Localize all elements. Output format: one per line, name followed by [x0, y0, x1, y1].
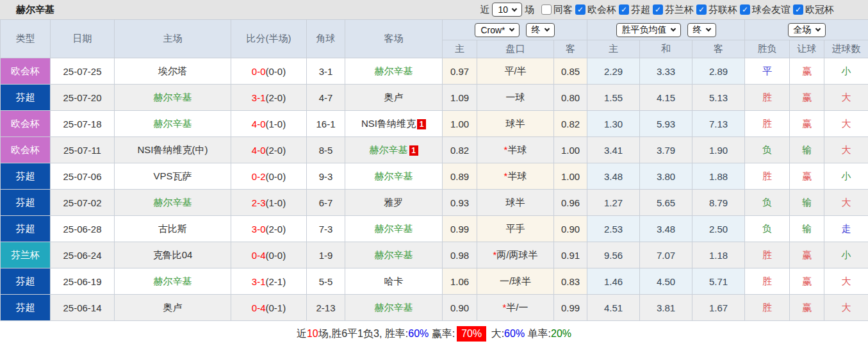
- filter-checkbox[interactable]: ✓: [696, 4, 707, 15]
- result-outcome-cell: 负: [745, 137, 790, 163]
- filter-checkbox[interactable]: [541, 4, 552, 15]
- col-header-type: 类型: [1, 20, 51, 58]
- filter-checkbox[interactable]: ✓: [619, 4, 629, 15]
- filter-label[interactable]: 同客: [553, 4, 573, 16]
- filter-label[interactable]: 球会友谊: [752, 4, 791, 16]
- filter-label[interactable]: 芬超: [631, 4, 651, 16]
- handicap-cell: 球半: [477, 190, 554, 216]
- handicap-text: 球半: [506, 118, 525, 129]
- odds-time-select-value: 终: [532, 24, 541, 36]
- handicap-cell: 一/球半: [477, 268, 554, 295]
- result-goals-cell: 大: [824, 295, 868, 321]
- table-row: 芬超25-06-14奥卢0-4(0-1)2-13赫尔辛基0.90*半/一0.99…: [1, 295, 868, 321]
- filter-label[interactable]: 芬联杯: [708, 4, 738, 16]
- odds-home-cell: 0.93: [443, 190, 477, 216]
- halftime-score: (2-0): [266, 224, 286, 235]
- fulltime-score: 2-3: [252, 197, 266, 208]
- odds-time-select[interactable]: 终: [526, 23, 555, 37]
- avg-away-cell: 7.13: [692, 111, 745, 137]
- type-cell: 芬超: [1, 295, 51, 321]
- odds-home-cell: 0.82: [443, 137, 477, 163]
- result-handicap-cell: 赢: [790, 163, 824, 190]
- score-cell: 0-4(0-1): [231, 295, 307, 321]
- summary-segment: 60%: [504, 328, 525, 340]
- away-team-cell: 赫尔辛基: [345, 295, 443, 321]
- summary-footer: 近10场,胜6平1负3, 胜率:60% 赢率:70% 大:60% 单率:20%: [0, 321, 868, 346]
- filter-label[interactable]: 欧会杯: [587, 4, 617, 16]
- filter-checkbox[interactable]: ✓: [740, 4, 750, 15]
- table-row: 芬超25-07-06VPS瓦萨0-2(0-0)9-3赫尔辛基0.89*半球1.0…: [1, 163, 868, 190]
- avg-home-cell: 2.29: [587, 58, 640, 85]
- away-team-cell: 赫尔辛基: [345, 58, 443, 85]
- avg-time-select[interactable]: 终: [687, 23, 716, 37]
- table-row: 芬兰杯25-06-24克鲁比040-4(0-0)1-9赫尔辛基0.98*两/两球…: [1, 242, 868, 268]
- handicap-cell: *两/两球半: [477, 242, 554, 268]
- sub-header-handicap-result: 让球: [790, 40, 824, 58]
- chevron-down-icon: [509, 26, 514, 31]
- result-handicap-cell: 输: [790, 137, 824, 163]
- odds-home-cell: 0.97: [443, 58, 477, 85]
- corner-cell: 8-5: [307, 137, 345, 163]
- team-name: 赫尔辛基: [375, 302, 413, 313]
- filter-label[interactable]: 欧冠杯: [805, 4, 835, 16]
- filter-label[interactable]: 芬兰杯: [665, 4, 694, 16]
- date-cell: 25-07-20: [51, 85, 115, 111]
- avg-away-cell: 2.50: [692, 216, 745, 242]
- corner-cell: 3-1: [307, 58, 345, 85]
- filter-checkbox[interactable]: ✓: [575, 4, 585, 15]
- avg-away-cell: 2.89: [692, 58, 745, 85]
- odds-home-cell: 0.89: [443, 163, 477, 190]
- away-team-cell: 赫尔辛基1: [345, 137, 443, 163]
- avg-away-cell: 1.18: [692, 242, 745, 268]
- handicap-cell: 平手: [477, 216, 554, 242]
- halftime-score: (0-0): [266, 250, 286, 261]
- home-team-cell: 赫尔辛基: [115, 190, 231, 216]
- league-filters: 同客✓欧会杯✓芬超✓芬兰杯✓芬联杯✓球会友谊✓欧冠杯: [541, 4, 835, 16]
- handicap-text: 半球: [507, 170, 527, 181]
- type-cell: 欧会杯: [1, 58, 51, 85]
- col-header-corner: 角球: [307, 20, 345, 58]
- handicap-cell: 平/半: [477, 58, 554, 85]
- result-outcome-cell: 平: [745, 58, 790, 85]
- home-team-cell: 奥卢: [115, 295, 231, 321]
- result-scope-select[interactable]: 全场: [788, 23, 826, 37]
- corner-cell: 9-3: [307, 163, 345, 190]
- team-name: 赫尔辛基: [154, 276, 192, 286]
- sub-header-avg-home: 主: [587, 40, 640, 58]
- handicap-text: 球半: [506, 197, 525, 208]
- away-team-cell: 赫尔辛基: [345, 216, 443, 242]
- chevron-down-icon: [670, 26, 675, 31]
- avg-home-cell: 1.30: [587, 111, 640, 137]
- avg-draw-cell: 5.65: [640, 190, 692, 216]
- recent-count-value: 10: [498, 4, 508, 15]
- odds-away-cell: 1.00: [554, 163, 587, 190]
- result-goals-cell: 走: [824, 216, 868, 242]
- sub-header-odds-away: 客: [554, 40, 587, 58]
- filter-checkbox[interactable]: ✓: [653, 4, 663, 15]
- chevron-down-icon: [544, 26, 549, 31]
- odds-away-cell: 0.90: [554, 216, 587, 242]
- result-outcome-cell: 负: [745, 216, 790, 242]
- avg-type-select[interactable]: 胜平负均值: [616, 23, 681, 37]
- table-row: 芬超25-07-20赫尔辛基3-1(2-0)4-7奥卢1.09一球0.801.5…: [1, 85, 868, 111]
- avg-away-cell: 5.13: [692, 85, 745, 111]
- odds-home-cell: 0.98: [443, 242, 477, 268]
- fulltime-score: 0-2: [252, 171, 266, 182]
- team-name: 哈卡: [384, 276, 404, 286]
- result-handicap-cell: 赢: [790, 58, 824, 85]
- result-outcome-cell: 胜: [745, 295, 790, 321]
- summary-segment: 场,胜6平1负3, 胜率:: [318, 327, 408, 341]
- bookmaker-select[interactable]: Crow*: [475, 23, 519, 37]
- result-handicap-cell: 输: [790, 216, 824, 242]
- corner-cell: 5-5: [307, 268, 345, 295]
- away-team-cell: 赫尔辛基: [345, 163, 443, 190]
- bookmaker-select-value: Crow*: [480, 25, 505, 35]
- away-team-cell: 奥卢: [345, 85, 443, 111]
- filter-checkbox[interactable]: ✓: [793, 4, 803, 15]
- red-card-badge: 1: [409, 145, 418, 156]
- recent-count-select[interactable]: 10: [492, 3, 522, 17]
- result-outcome-cell: 胜: [745, 242, 790, 268]
- team-name: 克鲁比04: [153, 249, 193, 260]
- handicap-text: 平手: [506, 223, 525, 234]
- handicap-text: 一球: [506, 92, 525, 103]
